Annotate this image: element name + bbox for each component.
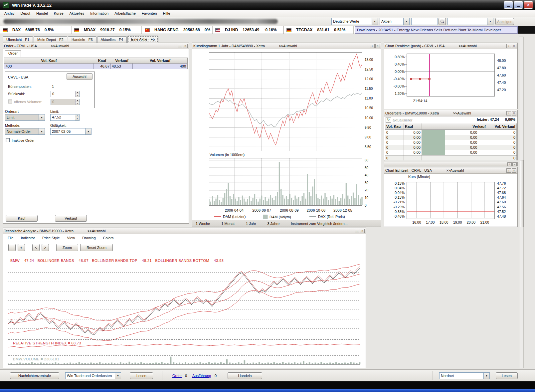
verkauf-button[interactable]: Verkauf (55, 215, 87, 222)
close-icon[interactable]: × (512, 111, 516, 115)
auswahl-link[interactable]: >>Auswahl (446, 168, 464, 172)
x-axis-dates: 2006-04-042006-06-072006-08-092006-10-06… (192, 208, 382, 213)
svg-text:47.20: 47.20 (497, 88, 506, 92)
dock-icon[interactable]: ↓ (355, 229, 359, 233)
category-select[interactable]: Deutsche Werte▼ (331, 18, 378, 25)
dock-icon[interactable]: ↓ (370, 44, 375, 48)
dock-icon[interactable]: ↓ (178, 44, 182, 48)
ta-button-reset-zoom[interactable]: Reset Zoom (80, 244, 113, 251)
news-topic-select[interactable]: Win Trade und Orderkosten▼ (65, 372, 121, 379)
ta-menu-drawing[interactable]: Drawing (82, 236, 95, 240)
menu-item-information[interactable]: Information (87, 10, 111, 17)
auswahl-link[interactable]: >>Auswahl (51, 44, 69, 48)
order-link[interactable]: Order (172, 374, 182, 378)
ta-menu-view[interactable]: View (67, 236, 75, 240)
stueckzahl-stepper[interactable]: 0 ▲▼ (51, 91, 80, 97)
boersenposten-label: Börsenposten: (8, 85, 32, 89)
limit-stepper[interactable]: 47,52 ▲▼ (50, 114, 80, 121)
tab-mein-depot-f2[interactable]: Mein Depot - F2 (34, 36, 67, 43)
menu-item-handel[interactable]: Handel (33, 10, 51, 17)
gueltigkeit-select[interactable]: 2007-02-05▼ (50, 128, 91, 135)
auswahl-button[interactable]: Auswahl (67, 73, 92, 80)
menu-item-archiv[interactable]: Archiv (1, 10, 18, 17)
volume-readout: BMW.VOLUME = 2306101 (13, 357, 59, 361)
dock-icon[interactable]: ↓ (506, 44, 511, 48)
scrollbar-thumb[interactable] (520, 160, 524, 227)
auswahl-link[interactable]: >>Auswahl (459, 44, 477, 48)
ta-button-[interactable]: < (32, 244, 40, 251)
period-1-monat[interactable]: 1 Monat (221, 222, 235, 226)
close-button[interactable]: × (524, 1, 533, 9)
col-vol-verkauf: Vol. Verkauf (133, 58, 187, 63)
order-subtab[interactable]: Order (5, 50, 21, 57)
ta-menu-indicator[interactable]: Indicator (21, 236, 35, 240)
refresh-control[interactable]: ↻ aktualisierer (386, 117, 412, 123)
ta-menu-colors[interactable]: Colors (103, 236, 114, 240)
anzeigen-button[interactable]: Anzeigen (495, 18, 514, 25)
period-1-woche[interactable]: 1 Woche (196, 222, 210, 226)
menu-item-depot[interactable]: Depot (18, 10, 33, 17)
close-icon[interactable]: × (512, 168, 516, 173)
instrument-select[interactable]: ▼ (447, 18, 493, 25)
ta-button-[interactable]: > (42, 244, 49, 251)
tab-handeln-f3[interactable]: Handeln - F3 (68, 36, 96, 43)
vertical-scrollbar[interactable] (519, 37, 524, 368)
close-icon[interactable]: × (512, 162, 517, 166)
auswahl-link[interactable]: >>Auswahl (279, 44, 297, 48)
methode-select[interactable]: Normale Order▼ (5, 128, 45, 135)
spin-up-icon: ▲ (76, 91, 80, 94)
ta-button-[interactable]: + (18, 244, 25, 251)
menu-item-arbeitsfl-che[interactable]: Arbeitsfläche (111, 10, 139, 17)
inaktive-order-checkbox[interactable] (6, 138, 10, 142)
close-icon[interactable]: × (375, 44, 380, 48)
handeln-button[interactable]: Handeln (228, 372, 262, 379)
close-icon[interactable]: × (360, 229, 365, 233)
offenes-volumen-checkbox[interactable] (8, 99, 12, 103)
restore-button[interactable] (514, 1, 523, 9)
menu-item-hilfe[interactable]: Hilfe (160, 10, 173, 17)
tab-aktuelles-f4[interactable]: Aktuelles - F4 (97, 36, 127, 43)
period-1-jahr[interactable]: 1 Jahr (246, 222, 256, 226)
type-select[interactable]: Aktien▼ (380, 18, 410, 25)
quote-row[interactable]: 400 46,67 48,53 400 (4, 64, 188, 69)
nachrichtenzentrale-button[interactable]: Nachrichtenzentrale (10, 372, 59, 379)
tab-eine-aktie-f5[interactable]: Eine Aktie - F5 (127, 36, 159, 43)
instrument-label: CRVL - USA (8, 75, 28, 79)
spin-down-icon: ▼ (75, 117, 79, 120)
panel-title: Chart Echtzeit - CRVL - USA (385, 168, 432, 172)
menu-item-kurse[interactable]: Kurse (51, 10, 67, 17)
auswahl-link[interactable]: >>Auswahl (453, 111, 471, 115)
search-button[interactable] (439, 18, 446, 25)
menu-item-aktuelles[interactable]: Aktuelles (67, 10, 88, 17)
right-lesen-button[interactable]: Lesen (496, 372, 518, 379)
tab-bersicht-f1[interactable]: Übersicht - F1 (3, 36, 33, 43)
period-instrument-zum-vergleich-ndern[interactable]: Instrument zum Vergleich ändern... (291, 222, 348, 226)
close-icon[interactable]: × (183, 44, 188, 48)
period-3-jahre[interactable]: 3 Jahre (268, 222, 280, 226)
ta-button-[interactable]: - (8, 244, 16, 251)
gueltigkeit-label: Gültigkeit: (50, 123, 67, 127)
dock-icon[interactable]: ↓ (507, 162, 512, 166)
lesen-button[interactable]: Lesen (130, 372, 153, 379)
kauf-button[interactable]: Kauf (6, 215, 38, 222)
dock-icon[interactable]: ↓ (506, 168, 511, 173)
orderart-select[interactable]: Limit▼ (5, 114, 45, 121)
menu-item-favoriten[interactable]: Favoriten (139, 10, 160, 17)
close-icon[interactable]: × (512, 44, 516, 48)
svg-text:16:00: 16:00 (412, 220, 421, 224)
ausfuehrung-link[interactable]: Ausführung (192, 374, 211, 378)
ta-button-zoom[interactable]: Zoom (56, 244, 78, 251)
dock-icon[interactable]: ↓ (506, 111, 511, 115)
auswahl-link[interactable]: >>Auswahl (88, 229, 105, 233)
orderart-label: Orderart (5, 109, 19, 113)
ta-menu-file[interactable]: File (8, 236, 14, 240)
ta-menu-price-style[interactable]: Price Style (42, 236, 60, 240)
quote-table: Vol. Kauf Kauf Verkauf Vol. Verkauf 400 … (4, 58, 188, 69)
minimize-button[interactable] (504, 1, 513, 9)
broker-select[interactable]: Nordnet▼ (439, 372, 490, 379)
grey-line-swatch (309, 216, 316, 217)
index-value: 831.61 (317, 28, 329, 32)
search-input[interactable] (411, 18, 438, 25)
svg-text:-0.40%: -0.40% (394, 77, 405, 81)
svg-text:47.48: 47.48 (497, 214, 506, 218)
